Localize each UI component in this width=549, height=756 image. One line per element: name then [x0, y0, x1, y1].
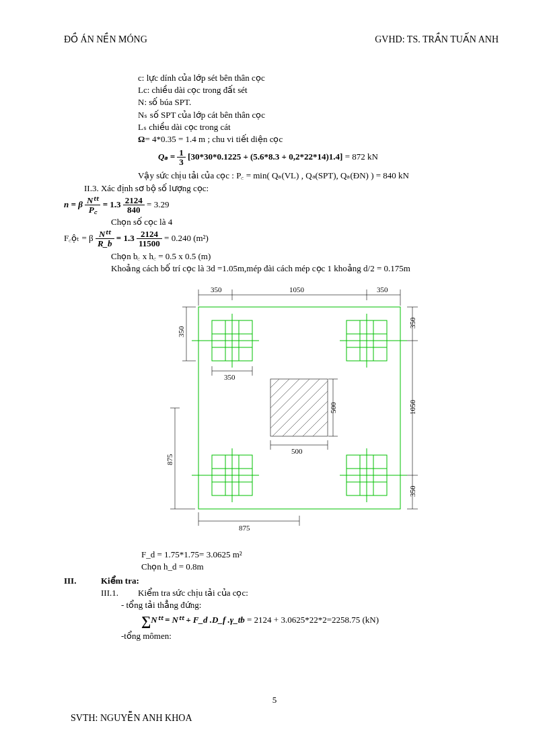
spacing-line: Khoảng cách bố trí cọc là 3d =1.05m,mép … — [111, 263, 499, 275]
def-c: c: lực dính của lớp sét bên thân cọc — [138, 72, 499, 84]
svg-text:350: 350 — [408, 485, 416, 497]
def-Omega: Ω= 4*0.35 = 1.4 m ; chu vi tiết diện cọc — [138, 133, 499, 145]
eq-Fcot: F꜀ộₜ = β NᵗᵗR_b = 1.3 212411500 = 0.240 … — [64, 230, 499, 248]
tong-tai: - tổng tải thẳng đứng: — [121, 599, 499, 611]
eq-n: n = β NᵗᵗP꜀ = 1.3 2124840 = 3.29 — [64, 196, 499, 215]
section-II3: II.3. Xác định sơ bộ số lượng cọc: — [84, 182, 499, 195]
svg-text:350: 350 — [211, 285, 222, 294]
chon-bc: Chọn b꜀ x h꜀ = 0.5 x 0.5 (m) — [111, 250, 499, 263]
svg-line-35 — [272, 381, 328, 436]
svg-line-34 — [270, 379, 320, 428]
svg-text:350: 350 — [408, 317, 416, 329]
body-content: c: lực dính của lớp sét bên thân cọc Lc:… — [64, 72, 499, 642]
eq-Qa: Qₐ = 13 [30*30*0.1225 + (5.6*8.3 + 0,2*2… — [158, 148, 499, 167]
svg-text:875: 875 — [239, 524, 250, 532]
foundation-plan-diagram: 350 1050 350 350 350 1050 350 — [145, 280, 499, 546]
chon-so-coc: Chọn số cọc là 4 — [111, 216, 499, 228]
header-left: ĐỒ ÁN NỀN MÓNG — [64, 34, 147, 45]
page-header: ĐỒ ÁN NỀN MÓNG GVHD: TS. TRẦN TUẤN ANH — [64, 34, 499, 45]
section-III1: III.1. Kiểm tra sức chịu tải của cọc: — [64, 587, 499, 599]
svg-text:350: 350 — [377, 285, 388, 294]
def-N: N: số búa SPT. — [138, 96, 499, 108]
def-Ns: Nₛ số SPT của lớp cát bên thân cọc — [138, 109, 499, 121]
svg-line-36 — [283, 391, 328, 436]
svg-rect-0 — [198, 307, 400, 509]
svg-line-31 — [270, 379, 289, 398]
def-Lc: Lc: chiều dài cọc trong đất sét — [138, 84, 499, 96]
def-Ls: Lₛ chiều dài cọc trong cát — [138, 121, 499, 133]
page-number: 5 — [0, 695, 549, 706]
hd-line: Chọn h_d = 0.8m — [141, 561, 499, 573]
svg-line-30 — [270, 379, 279, 388]
svg-line-38 — [303, 411, 328, 436]
svg-text:1050: 1050 — [408, 399, 416, 415]
svg-text:875: 875 — [166, 454, 174, 465]
svg-line-37 — [293, 401, 328, 436]
tong-moment: -tổng mômen: — [121, 630, 499, 642]
svg-text:1050: 1050 — [289, 285, 305, 294]
footer-author: SVTH: NGUYỄN ANH KHOA — [71, 712, 192, 724]
header-right: GVHD: TS. TRẦN TUẤN ANH — [375, 34, 499, 45]
svg-text:500: 500 — [329, 402, 337, 413]
section-III: III. Kiểm tra: — [64, 575, 499, 587]
eq-sumN: ∑Nᵗᵗ = Nᵗᵗ + F_d .D_f .γ_tb = 2124 + 3.0… — [141, 611, 499, 630]
svg-line-33 — [270, 379, 309, 418]
svg-rect-29 — [270, 379, 328, 436]
svg-text:350: 350 — [177, 326, 185, 337]
bearing-line: Vậy sức chịu tải của cọc : P꜀ = min( Qₐ(… — [138, 170, 499, 182]
Fd-line: F_d = 1.75*1.75= 3.0625 m² — [141, 549, 499, 561]
svg-text:500: 500 — [291, 447, 303, 455]
svg-text:350: 350 — [224, 373, 235, 381]
